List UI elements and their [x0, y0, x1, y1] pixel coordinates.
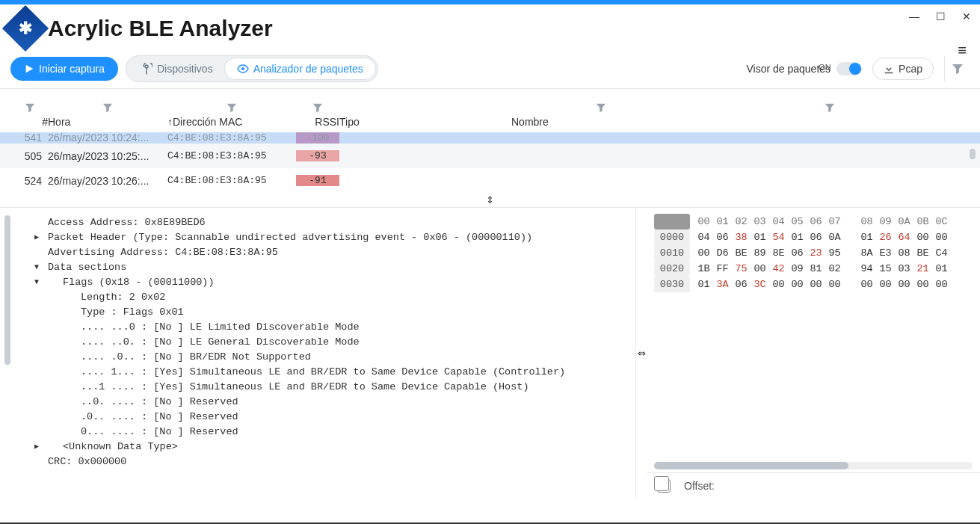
hex-pane: 000102030405060708090A0B0C00000406380154…: [647, 208, 980, 499]
packet-table: # Hora ↑Dirección MAC RSSI Tipo Nombre 5…: [0, 88, 980, 193]
cell-mac: C4:BE:08:E3:8A:95: [167, 175, 296, 186]
antenna-icon: [141, 63, 152, 75]
app-header: ✱ Acrylic BLE Analyzer: [0, 4, 980, 51]
col-mac-label: ↑Dirección MAC: [167, 116, 296, 128]
cell-rssi: -91: [296, 175, 339, 186]
filter-icon: [952, 63, 964, 75]
right-controls: Visor de paquetes ON Pcap: [746, 56, 970, 81]
detail-pane: Access Address: 0x8E89BED6 ▶Packet Heade…: [0, 207, 980, 499]
tree-line: .... 1... : [Yes] Simultaneous LE and BR…: [48, 365, 629, 380]
packet-tree[interactable]: Access Address: 0x8E89BED6 ▶Packet Heade…: [0, 208, 636, 499]
svg-point-0: [241, 67, 244, 70]
play-icon: [24, 64, 34, 74]
col-rssi[interactable]: RSSI: [296, 89, 339, 132]
cell-rssi: -100: [296, 132, 339, 144]
tree-scrollbar[interactable]: [4, 215, 10, 365]
tab-devices-label: Dispositivos: [157, 63, 213, 75]
hex-footer: Offset:: [647, 472, 980, 499]
toggle-knob: [849, 63, 861, 75]
caret-down-icon[interactable]: ▼: [34, 260, 39, 275]
start-capture-button[interactable]: Iniciar captura: [10, 57, 118, 81]
col-nombre[interactable]: Nombre: [511, 89, 691, 132]
tree-line: ...1 .... : [Yes] Simultaneous LE and BR…: [48, 380, 629, 395]
global-filter-button[interactable]: [944, 56, 970, 81]
col-extra[interactable]: [691, 89, 968, 132]
tree-line: CRC: 0x000000: [48, 454, 629, 469]
toggle-on-label: ON: [819, 63, 831, 72]
table-header: # Hora ↑Dirección MAC RSSI Tipo Nombre: [0, 89, 980, 132]
hex-body[interactable]: 000102030405060708090A0B0C00000406380154…: [647, 208, 980, 460]
cell-mac: C4:BE:08:E3:8A:95: [167, 150, 296, 161]
tab-devices[interactable]: Dispositivos: [129, 58, 225, 79]
tree-line: Length: 2 0x02: [48, 290, 629, 305]
horizontal-splitter[interactable]: ⇕: [0, 193, 980, 207]
col-tipo[interactable]: Tipo: [339, 89, 511, 132]
pcap-button[interactable]: Pcap: [872, 58, 934, 80]
table-scrollbar[interactable]: [970, 149, 976, 159]
tree-line: ▶<Unknown Data Type>: [48, 440, 629, 454]
app-logo: ✱: [2, 5, 49, 52]
menu-icon[interactable]: ≡: [958, 42, 967, 59]
caret-right-icon[interactable]: ▶: [34, 440, 39, 454]
tab-packet-analyzer[interactable]: Analizador de paquetes: [225, 58, 375, 79]
packet-viewer-toggle-group: Visor de paquetes ON: [746, 62, 862, 75]
cell-hora: 26/may/2023 10:26:...: [48, 175, 167, 187]
eye-icon: [237, 63, 249, 75]
col-nombre-label: Nombre: [511, 116, 691, 128]
cell-hora: 26/may/2023 10:25:...: [48, 150, 167, 162]
cell-num: 505: [12, 150, 48, 162]
tree-line: Advertising Address: C4:BE:08:E3:8A:95: [48, 245, 629, 260]
col-rssi-label: RSSI: [296, 116, 339, 128]
col-num[interactable]: #: [12, 89, 48, 132]
window-controls: — ☐ ✕: [909, 10, 971, 22]
vertical-splitter[interactable]: ⇔: [636, 208, 647, 499]
cell-num: 524: [12, 175, 48, 187]
col-hora-label: Hora: [48, 116, 167, 128]
start-capture-label: Iniciar captura: [39, 63, 105, 75]
cell-num: 541: [12, 132, 48, 144]
col-mac[interactable]: ↑Dirección MAC: [167, 89, 296, 132]
col-num-label: #: [12, 116, 48, 128]
tree-line: Type : Flags 0x01: [48, 305, 629, 320]
tree-line: ▼Data sections: [48, 260, 629, 275]
packet-viewer-toggle[interactable]: ON: [836, 62, 862, 75]
tree-line: .... .0.. : [No ] BR/EDR Not Supported: [48, 350, 629, 365]
tab-analyzer-label: Analizador de paquetes: [253, 63, 363, 75]
cell-hora: 26/may/2023 10:24:...: [48, 132, 167, 144]
table-row[interactable]: 524 26/may/2023 10:26:... C4:BE:08:E3:8A…: [0, 168, 980, 193]
table-row[interactable]: 541 26/may/2023 10:24:... C4:BE:08:E3:8A…: [0, 132, 980, 144]
app-title: Acrylic BLE Analyzer: [48, 16, 273, 41]
tree-line: .0.. .... : [No ] Reserved: [48, 410, 629, 425]
copy-icon[interactable]: [657, 479, 671, 493]
cell-rssi: -93: [296, 150, 339, 161]
minimize-button[interactable]: —: [909, 10, 919, 22]
col-tipo-label: Tipo: [339, 116, 511, 128]
tree-line: ▼Flags (0x18 - (00011000)): [48, 275, 629, 290]
tree-line: .... ..0. : [No ] LE General Discoverabl…: [48, 335, 629, 350]
caret-down-icon[interactable]: ▼: [34, 275, 39, 290]
tree-line: 0... .... : [No ] Reserved: [48, 425, 629, 440]
close-button[interactable]: ✕: [962, 10, 971, 22]
offset-label: Offset:: [684, 480, 715, 492]
col-hora[interactable]: Hora: [48, 89, 167, 132]
filter-icon: [25, 102, 35, 113]
filter-icon: [312, 102, 323, 113]
tree-line: Access Address: 0x8E89BED6: [48, 215, 629, 230]
filter-icon: [102, 102, 113, 113]
cell-mac: C4:BE:08:E3:8A:95: [167, 132, 296, 144]
tree-line: ..0. .... : [No ] Reserved: [48, 395, 629, 410]
hex-scrollbar[interactable]: [654, 462, 973, 469]
pcap-label: Pcap: [899, 63, 922, 75]
table-body: 541 26/may/2023 10:24:... C4:BE:08:E3:8A…: [0, 132, 980, 193]
tree-line: .... ...0 : [No ] LE Limited Discoverabl…: [48, 320, 629, 335]
maximize-button[interactable]: ☐: [936, 10, 946, 22]
filter-icon: [226, 102, 237, 113]
filter-icon: [825, 102, 835, 113]
toolbar: Iniciar captura Dispositivos Analizador …: [0, 51, 980, 88]
caret-right-icon[interactable]: ▶: [34, 230, 39, 245]
table-row[interactable]: 505 26/may/2023 10:25:... C4:BE:08:E3:8A…: [0, 144, 980, 168]
tree-line: ▶Packet Header (Type: Scannable undirect…: [48, 230, 629, 245]
filter-icon: [596, 102, 606, 113]
download-icon: [884, 64, 894, 74]
view-tabs: Dispositivos Analizador de paquetes: [126, 55, 378, 82]
